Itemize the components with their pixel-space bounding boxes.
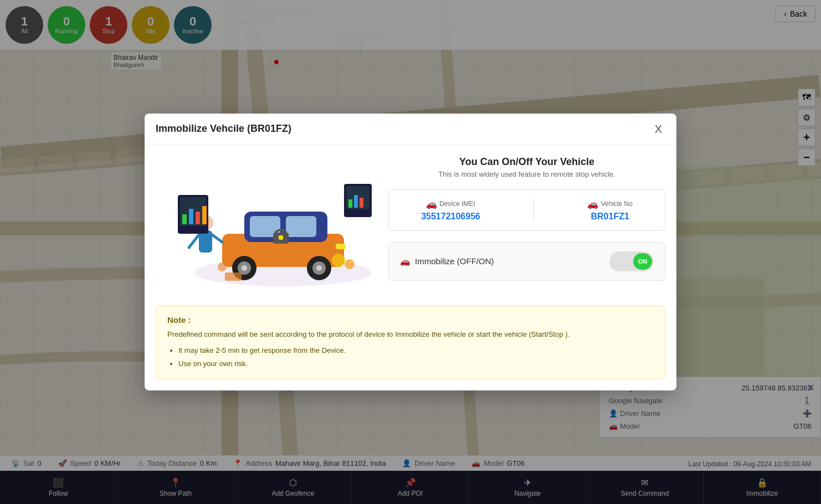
svg-rect-22 <box>182 214 187 224</box>
modal-content: You Can On/Off Your Vehicle This is most… <box>388 156 665 295</box>
svg-point-9 <box>242 265 247 271</box>
immobilize-label: 🚗 Immobilize (OFF/ON) <box>400 256 494 266</box>
svg-line-18 <box>189 235 199 248</box>
device-imei-item: 🚗 Device IMEI 355172106956 <box>421 199 480 222</box>
svg-point-12 <box>316 265 322 271</box>
modal-heading: You Can On/Off Your Vehicle <box>388 156 665 168</box>
toggle-knob-on: ON <box>633 253 652 270</box>
note-title: Note : <box>167 315 654 325</box>
note-main-text: Predefined command will be sent accordin… <box>167 329 654 340</box>
device-imei-label: 🚗 Device IMEI <box>426 199 475 209</box>
vehicle-no-value: BR01FZ1 <box>591 212 629 222</box>
svg-rect-29 <box>354 195 358 208</box>
immobilize-toggle[interactable]: ON <box>609 251 654 271</box>
vehicle-no-label: 🚗 Vehicle No <box>587 199 632 209</box>
modal-illustration <box>156 156 388 295</box>
svg-rect-15 <box>279 235 283 240</box>
svg-rect-34 <box>225 272 242 281</box>
car-icon-vehicle: 🚗 <box>587 199 598 209</box>
modal-overlay: Immobilize Vehcile (BR01FZ) X <box>0 0 821 504</box>
note-bullet-1: It may take 2-5 min to get response from… <box>178 344 654 357</box>
svg-rect-13 <box>336 244 346 249</box>
svg-rect-30 <box>360 198 363 208</box>
immobilize-toggle-wrapper[interactable]: ON <box>609 251 654 271</box>
svg-rect-28 <box>348 199 352 208</box>
svg-rect-24 <box>196 212 200 224</box>
modal-close-button[interactable]: X <box>651 122 665 136</box>
svg-line-19 <box>212 235 222 242</box>
modal-subheading: This is most widely used feature to remo… <box>388 170 665 178</box>
svg-rect-23 <box>189 209 193 224</box>
immobilize-car-icon: 🚗 <box>400 256 410 266</box>
modal-title: Immobilize Vehcile (BR01FZ) <box>156 123 291 135</box>
device-divider <box>533 199 534 222</box>
note-box: Note : Predefined command will be sent a… <box>156 306 665 379</box>
modal-header: Immobilize Vehcile (BR01FZ) X <box>145 114 676 145</box>
modal-body: You Can On/Off Your Vehicle This is most… <box>145 145 676 306</box>
device-info-box: 🚗 Device IMEI 355172106956 🚗 Vehicle No … <box>388 189 665 231</box>
svg-rect-6 <box>286 216 316 237</box>
svg-point-32 <box>345 259 355 269</box>
car-icon-imei: 🚗 <box>426 199 437 209</box>
svg-rect-25 <box>202 206 207 224</box>
car-svg <box>172 162 372 289</box>
svg-point-33 <box>218 263 227 271</box>
immobilize-toggle-box: 🚗 Immobilize (OFF/ON) ON <box>388 242 665 281</box>
immobilize-modal: Immobilize Vehcile (BR01FZ) X <box>145 114 676 390</box>
svg-point-31 <box>332 254 345 267</box>
note-bullet-2: Use on your own risk. <box>178 357 654 370</box>
vehicle-no-item: 🚗 Vehicle No BR01FZ1 <box>587 199 632 222</box>
note-list: It may take 2-5 min to get response from… <box>167 344 654 370</box>
device-imei-value: 355172106956 <box>421 212 480 222</box>
